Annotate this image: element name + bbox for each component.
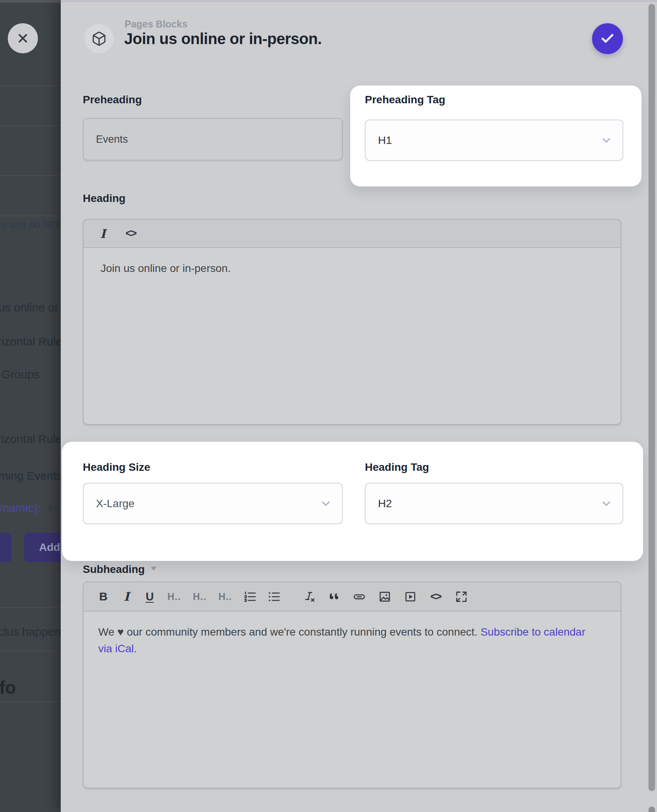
divider bbox=[0, 125, 61, 126]
bullet-list-icon bbox=[268, 591, 280, 603]
background-text-fragment: ming Events bbox=[0, 469, 61, 482]
preheading-input[interactable]: Events bbox=[83, 118, 343, 161]
image-icon bbox=[379, 591, 391, 603]
scrollbar-stub bbox=[648, 807, 655, 812]
heading-editor: I <> Join us online or in-person. bbox=[83, 219, 621, 425]
heading-size-select[interactable]: X-Large bbox=[83, 483, 343, 524]
preheading-tag-select[interactable]: H1 bbox=[365, 120, 623, 161]
ordered-list-icon bbox=[244, 591, 256, 603]
chevron-down-icon bbox=[320, 497, 332, 510]
page-title: Join us online or in-person. bbox=[124, 30, 322, 48]
link-button[interactable] bbox=[350, 586, 368, 607]
chevron-down-icon bbox=[600, 497, 613, 510]
heading3-button[interactable]: H.. bbox=[216, 586, 234, 607]
clear-format-button[interactable] bbox=[300, 586, 318, 607]
partial-button bbox=[0, 533, 12, 562]
cube-icon bbox=[91, 31, 107, 46]
heading-toolbar: I <> bbox=[84, 220, 621, 248]
preheading-label: Preheading bbox=[83, 94, 142, 106]
background-text-fragment: rizontal Rule bbox=[0, 432, 61, 446]
heading-tag-select[interactable]: H2 bbox=[365, 483, 623, 524]
quote-icon bbox=[328, 591, 340, 603]
background-sidebar: e) and do NOT us online or i rizontal Ru… bbox=[0, 0, 61, 812]
close-icon bbox=[16, 31, 30, 45]
top-strip bbox=[61, 0, 657, 2]
divider bbox=[0, 607, 61, 608]
confirm-button[interactable] bbox=[592, 23, 623, 54]
heading-size-tag-card: Heading Size X-Large Heading Tag H2 bbox=[62, 442, 643, 561]
chevron-down-icon bbox=[600, 134, 613, 147]
top-strip bbox=[0, 0, 61, 3]
video-button[interactable] bbox=[401, 586, 419, 607]
heading-editor-content[interactable]: Join us online or in-person. bbox=[101, 262, 605, 275]
background-text-fragment: fo bbox=[0, 677, 16, 698]
italic-button[interactable]: I bbox=[118, 586, 135, 607]
bold-icon: B bbox=[99, 590, 108, 603]
code-icon: <> bbox=[430, 591, 441, 603]
clear-format-icon bbox=[303, 591, 315, 603]
heading-size-value: X-Large bbox=[96, 497, 135, 510]
heading-tag-value: H2 bbox=[378, 497, 392, 510]
underline-button[interactable]: U bbox=[142, 586, 158, 607]
underline-icon: U bbox=[146, 590, 154, 603]
heading2-button[interactable]: H.. bbox=[190, 586, 209, 607]
expand-icon bbox=[455, 591, 467, 603]
divider bbox=[0, 85, 61, 86]
close-button[interactable] bbox=[8, 23, 38, 53]
code-icon: <> bbox=[125, 227, 136, 239]
video-icon bbox=[404, 591, 416, 603]
heading-tag-label: Heading Tag bbox=[365, 461, 429, 474]
screen: e) and do NOT us online or i rizontal Ru… bbox=[0, 0, 657, 812]
image-button[interactable] bbox=[375, 586, 394, 607]
code-button[interactable]: <> bbox=[426, 586, 445, 607]
scrollbar-thumb[interactable] bbox=[648, 4, 655, 791]
subheading-label: Subheading bbox=[83, 562, 157, 576]
background-text-fragment: ev bbox=[48, 502, 60, 514]
bullet-list-button[interactable] bbox=[265, 586, 282, 607]
breadcrumb: Pages Blocks bbox=[125, 19, 188, 30]
block-icon-circle bbox=[84, 24, 114, 53]
link-icon bbox=[353, 591, 365, 603]
heading-label: Heading bbox=[83, 192, 125, 205]
triangle-down-icon[interactable] bbox=[150, 562, 157, 574]
add-button: Add bbox=[24, 533, 61, 562]
background-text-fragment: Groups bbox=[2, 368, 39, 381]
code-button[interactable]: <> bbox=[121, 224, 140, 243]
preheading-value: Events bbox=[96, 133, 128, 145]
check-icon bbox=[600, 31, 615, 46]
heading3-icon: H.. bbox=[219, 591, 232, 602]
italic-icon: I bbox=[100, 227, 106, 241]
heading1-button[interactable]: H.. bbox=[165, 586, 183, 607]
background-text-fragment: us online or i bbox=[0, 301, 61, 314]
divider bbox=[0, 215, 61, 216]
italic-icon: I bbox=[124, 590, 130, 603]
italic-button[interactable]: I bbox=[94, 224, 111, 243]
divider bbox=[0, 701, 61, 702]
heading1-icon: H.. bbox=[168, 591, 181, 602]
heading2-icon: H.. bbox=[193, 591, 207, 602]
background-text-fragment: rizontal Rule bbox=[0, 335, 61, 348]
preheading-tag-label: Preheading Tag bbox=[365, 94, 445, 106]
subheading-label-text: Subheading bbox=[83, 563, 145, 575]
preheading-tag-card: Preheading Tag H1 bbox=[350, 85, 642, 186]
background-text-fragment: ynamic): bbox=[0, 501, 41, 515]
bold-button[interactable]: B bbox=[95, 586, 111, 607]
blockquote-button[interactable] bbox=[325, 586, 343, 607]
fullscreen-button[interactable] bbox=[452, 586, 471, 607]
subheading-editor-content[interactable]: We ♥ our community members and we're con… bbox=[98, 624, 597, 657]
background-text-fragment: e) and do NOT bbox=[0, 219, 61, 231]
heading-size-label: Heading Size bbox=[83, 461, 150, 474]
ordered-list-button[interactable] bbox=[241, 586, 258, 607]
block-editor-panel: Pages Blocks Join us online or in-person… bbox=[61, 0, 657, 812]
subheading-editor: B I U H.. H.. H.. bbox=[83, 581, 621, 788]
subheading-toolbar: B I U H.. H.. H.. bbox=[84, 582, 621, 612]
preheading-tag-value: H1 bbox=[378, 134, 392, 147]
background-text-fragment: ctus happen bbox=[0, 625, 61, 638]
divider bbox=[0, 651, 61, 651]
subheading-text: We ♥ our community members and we're con… bbox=[98, 626, 481, 638]
divider bbox=[0, 175, 61, 176]
